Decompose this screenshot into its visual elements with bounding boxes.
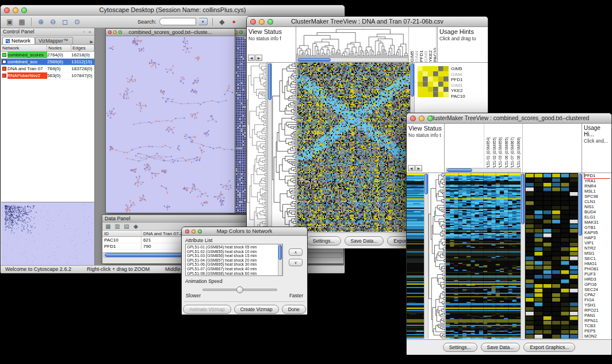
delete-attribute-icon[interactable]: ▤	[123, 223, 130, 230]
maximize-button[interactable]	[21, 7, 27, 13]
edges-column-header[interactable]: Edges	[71, 45, 94, 51]
forward-icon[interactable]: ▶	[415, 165, 422, 171]
forward-icon[interactable]: ▶	[255, 55, 262, 61]
attribute-list[interactable]: GPL51-01 (GSM854) heat shock 05 minGPL51…	[185, 244, 283, 276]
attribute-function-icon[interactable]: ◆	[132, 223, 139, 230]
settings-button[interactable]: Settings...	[443, 343, 477, 352]
dna-heatmap-canvas[interactable]	[297, 63, 410, 232]
plugin-icon[interactable]: ◆	[217, 17, 227, 26]
settings-button[interactable]: Settings...	[307, 236, 341, 246]
attribute-item[interactable]: GPL51-03 (GSM856) heat shock 15 min	[187, 254, 277, 258]
vertical-scrollbar[interactable]	[424, 173, 429, 339]
network-table-row[interactable]: RNAPuberNov2563(0)107847(0)	[1, 72, 94, 79]
move-up-button[interactable]: ∧	[289, 248, 303, 256]
create-attribute-icon[interactable]: ▥	[114, 223, 121, 230]
attribute-item[interactable]: GPL51-08 (GSM868) heat shock 60 min	[187, 271, 277, 276]
network-view-titlebar[interactable]: combined_scores_good.txt--cluste...	[106, 29, 235, 36]
save-data-button[interactable]: Save Data...	[481, 343, 521, 352]
scrollbar-thumb[interactable]	[411, 63, 414, 97]
attribute-item[interactable]: GPL51-01 (GSM854) heat shock 05 min	[187, 245, 277, 250]
dna-gene-tree-overview[interactable]	[247, 63, 267, 232]
close-button[interactable]	[4, 7, 10, 13]
scrollbar-thumb[interactable]	[278, 245, 282, 260]
done-button[interactable]: Done	[282, 305, 306, 314]
close-button[interactable]	[410, 116, 416, 121]
slider-thumb[interactable]	[236, 286, 243, 293]
vertical-scrollbar[interactable]	[578, 173, 583, 339]
maximize-button[interactable]	[118, 30, 122, 34]
zoom-fit-icon[interactable]: ◻	[60, 17, 70, 26]
minimize-button[interactable]	[13, 7, 18, 13]
dna-similarity-matrix-canvas[interactable]	[418, 66, 449, 97]
treeview-combined-titlebar[interactable]: ClusterMaker TreeView : combined_scores_…	[407, 113, 611, 124]
save-session-icon[interactable]: ▦	[17, 17, 26, 26]
tab-overflow-icon[interactable]: ▶	[90, 40, 93, 44]
close-button[interactable]	[185, 229, 189, 233]
horizontal-scrollbar[interactable]	[446, 168, 521, 173]
network-table-row[interactable]: DNA and Tran 07769(0)183728(0)	[1, 66, 94, 72]
scrollbar-thumb[interactable]	[579, 174, 582, 236]
cytoscape-titlebar[interactable]: Cytoscape Desktop (Session Name: collins…	[1, 5, 345, 16]
tab-network[interactable]: Network	[2, 37, 35, 44]
close-panel-icon[interactable]: ×	[87, 29, 93, 35]
animation-speed-slider[interactable]	[202, 289, 277, 291]
scrollbar-thumb[interactable]	[297, 58, 331, 62]
attribute-item[interactable]: GPL51-06 (GSM865) heat shock 30 min	[187, 262, 277, 267]
zoom-out-icon[interactable]: ⊖	[48, 17, 58, 26]
gene-label: ELG1	[584, 214, 610, 220]
float-panel-icon[interactable]: ▫	[81, 29, 87, 35]
scrollbar-thumb[interactable]	[521, 174, 525, 224]
search-dropdown-icon[interactable]: ▼	[199, 18, 208, 25]
network-table-row[interactable]: combined_scores2764(0)16218(0)	[1, 52, 94, 59]
scrollbar-thumb[interactable]	[447, 168, 472, 172]
minimize-button[interactable]	[113, 30, 117, 34]
back-icon[interactable]: ◀	[248, 55, 255, 61]
vertical-scrollbar[interactable]	[267, 63, 272, 232]
combined-heatmap-overview[interactable]	[407, 173, 424, 339]
horizontal-scrollbar[interactable]	[296, 58, 408, 62]
treeview-dna-titlebar[interactable]: ClusterMaker TreeView : DNA and Tran 07-…	[247, 17, 488, 27]
select-attributes-icon[interactable]: ▦	[105, 223, 112, 230]
maximize-button[interactable]	[267, 19, 273, 25]
vertical-scrollbar[interactable]	[521, 173, 525, 339]
move-down-button[interactable]: ∨	[289, 259, 303, 266]
create-vizmap-button[interactable]: Create Vizmap	[234, 305, 279, 314]
save-data-button[interactable]: Save Data...	[345, 236, 384, 246]
zoom-selected-icon[interactable]: ⊙	[72, 17, 82, 26]
network-table-row[interactable]: combined_sco2569(6)13112(15)	[1, 59, 94, 66]
combined-heatmap-canvas[interactable]	[446, 173, 521, 339]
network-column-header[interactable]: Network	[1, 45, 47, 51]
open-session-icon[interactable]: ▣	[5, 17, 14, 26]
attribute-item[interactable]: GPL51-02 (GSM855) heat shock 10 min	[187, 250, 277, 254]
export-graphics-button[interactable]: Export Graphics...	[523, 343, 575, 352]
back-icon[interactable]: ◀	[408, 165, 415, 171]
close-button[interactable]	[250, 19, 256, 25]
maximize-button[interactable]	[198, 229, 202, 233]
vertical-scrollbar[interactable]	[278, 244, 282, 275]
nodes-column-header[interactable]: Nodes	[47, 45, 71, 51]
network-overview-canvas[interactable]	[1, 202, 94, 265]
maximize-button[interactable]	[427, 116, 433, 121]
network-view-canvas[interactable]	[106, 36, 235, 213]
zoom-in-icon[interactable]: ⊕	[36, 17, 45, 26]
id-column-header[interactable]: ID	[102, 231, 141, 236]
dna-row-dendrogram[interactable]	[272, 63, 297, 232]
close-button[interactable]	[108, 30, 112, 34]
attribute-item[interactable]: GPL51-07 (GSM867) heat shock 40 min	[187, 267, 277, 271]
attribute-item[interactable]: GPL51-04 (GSM857) heat shock 20 min	[187, 258, 277, 263]
search-input[interactable]	[159, 18, 196, 25]
combined-zoom-heatmap-canvas[interactable]	[525, 173, 578, 339]
record-icon[interactable]: ●	[230, 17, 239, 26]
scrollbar-thumb[interactable]	[268, 63, 271, 100]
network-overview-panel[interactable]	[1, 202, 94, 265]
minimize-button[interactable]	[419, 116, 424, 121]
dna-column-dendrogram[interactable]	[296, 29, 408, 58]
combined-row-dendrogram[interactable]	[429, 173, 446, 339]
minimize-button[interactable]	[192, 229, 196, 233]
dialog-titlebar[interactable]: Map Colors to Network	[182, 227, 307, 236]
tab-vizmapper[interactable]: VizMapper™	[35, 37, 73, 44]
maximize-button[interactable]	[239, 30, 243, 34]
search-label: Search:	[137, 18, 156, 25]
scrollbar-thumb[interactable]	[424, 174, 428, 194]
minimize-button[interactable]	[259, 19, 265, 25]
